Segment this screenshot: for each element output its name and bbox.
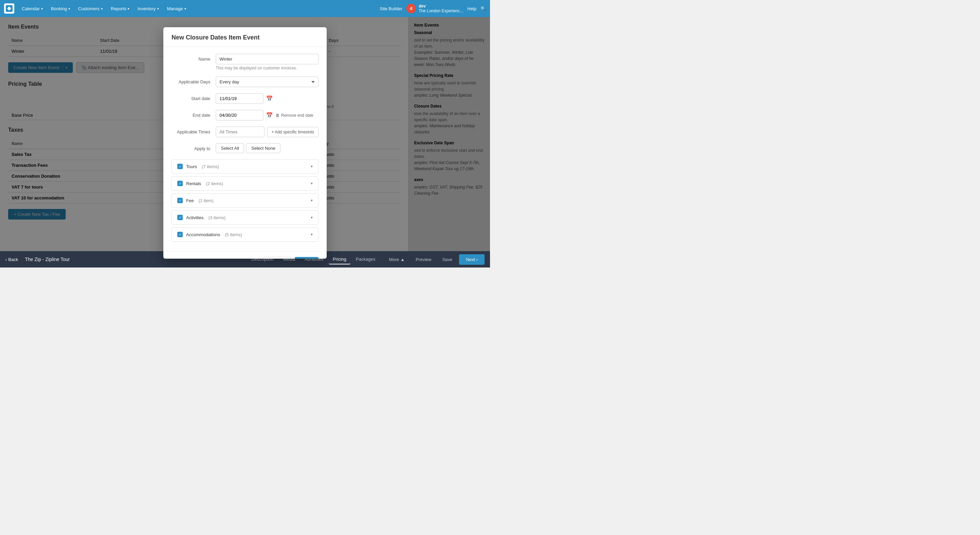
activities-expand-icon: ▾	[311, 215, 313, 220]
add-timeslot-button[interactable]: + Add specific timeslots	[267, 127, 318, 137]
accommodations-expand-icon: ▾	[311, 232, 313, 237]
name-control: This may be displayed on customer invoic…	[216, 54, 318, 70]
activities-label: Activities	[186, 215, 204, 220]
end-date-wrap: 📅 🗑 Remove end date	[216, 110, 318, 121]
site-builder-link[interactable]: Site Builder	[380, 6, 402, 11]
start-date-row: Start date 📅	[172, 93, 318, 104]
save-bottom-button[interactable]: Save	[438, 255, 457, 264]
end-date-control: 📅 🗑 Remove end date	[216, 110, 318, 121]
start-date-label: Start date	[172, 93, 216, 101]
category-fee[interactable]: Fee (1 item) ▾	[172, 193, 318, 208]
activities-checkbox[interactable]	[177, 215, 183, 220]
calendar-chevron-icon: ▾	[41, 7, 43, 11]
top-nav: Calendar ▾ Booking ▾ Customers ▾ Reports…	[0, 0, 490, 17]
end-date-row: End date 📅 🗑 Remove end date	[172, 110, 318, 121]
manage-chevron-icon: ▾	[185, 7, 186, 11]
applicable-times-label: Applicable Times	[172, 127, 216, 134]
tours-label: Tours	[186, 164, 197, 169]
nav-inventory[interactable]: Inventory ▾	[134, 4, 162, 13]
times-row: + Add specific timeslots	[216, 127, 318, 137]
accommodations-label: Accommodations	[186, 232, 220, 237]
search-icon[interactable]: 🔍	[480, 6, 486, 11]
next-button[interactable]: Next ›	[459, 254, 485, 265]
fee-expand-icon: ▾	[311, 198, 313, 203]
rentals-count: (2 items)	[206, 181, 223, 186]
apply-to-control: Select All Select None	[216, 143, 318, 153]
logo[interactable]	[4, 3, 14, 14]
category-rentals[interactable]: Rentals (2 items) ▾	[172, 176, 318, 191]
start-date-control: 📅	[216, 93, 318, 104]
name-hint: This may be displayed on customer invoic…	[216, 66, 318, 70]
applicable-days-label: Applicable Days	[172, 76, 216, 84]
apply-to-buttons: Select All Select None	[216, 143, 318, 153]
applicable-times-control: + Add specific timeslots	[216, 127, 318, 137]
start-date-calendar-icon[interactable]: 📅	[266, 95, 273, 102]
name-input[interactable]	[216, 54, 318, 64]
back-arrow-icon: ‹	[5, 257, 7, 262]
fee-count: (1 item)	[198, 198, 213, 203]
help-link[interactable]: Help	[467, 6, 476, 11]
bottom-actions: More ▲ Preview Save Next ›	[385, 254, 485, 265]
tours-checkbox[interactable]	[177, 164, 183, 169]
remove-end-date-button[interactable]: 🗑 Remove end date	[275, 113, 313, 118]
accommodations-count: (5 items)	[225, 232, 242, 237]
end-date-calendar-icon[interactable]: 📅	[266, 112, 273, 118]
applicable-days-row: Applicable Days Every day Weekdays Weeke…	[172, 76, 318, 87]
user-avatar: d	[406, 4, 416, 13]
company-info[interactable]: dev The London Experienc...	[418, 4, 463, 13]
modal-footer: Cancel Save	[163, 251, 327, 259]
tours-expand-icon: ▾	[311, 164, 313, 169]
fee-checkbox[interactable]	[177, 198, 183, 203]
nav-booking[interactable]: Booking ▾	[48, 4, 73, 13]
page-layout: Item Events Name Start Date End Date Day…	[0, 17, 490, 251]
booking-chevron-icon: ▾	[68, 7, 70, 11]
save-button[interactable]: Save	[295, 257, 318, 259]
tab-packages[interactable]: Packages	[352, 255, 379, 264]
end-date-label: End date	[172, 110, 216, 118]
nav-calendar[interactable]: Calendar ▾	[18, 4, 46, 13]
nav-customers[interactable]: Customers ▾	[75, 4, 106, 13]
more-button[interactable]: More ▲	[385, 255, 409, 264]
select-none-button[interactable]: Select None	[246, 143, 280, 153]
apply-to-row: Apply to Select All Select None	[172, 143, 318, 153]
tours-count: (7 items)	[202, 164, 219, 169]
applicable-times-input[interactable]	[216, 127, 264, 137]
rentals-label: Rentals	[186, 181, 201, 186]
more-chevron-icon: ▲	[401, 257, 405, 262]
end-date-input[interactable]	[216, 110, 263, 121]
accommodations-checkbox[interactable]	[177, 232, 183, 237]
start-date-wrap: 📅	[216, 93, 318, 104]
category-list: Tours (7 items) ▾ Rentals (2 items) ▾	[172, 159, 318, 242]
start-date-input[interactable]	[216, 93, 263, 104]
activities-count: (3 items)	[208, 215, 226, 220]
cancel-button[interactable]: Cancel	[263, 257, 291, 259]
applicable-days-control: Every day Weekdays Weekends Custom	[216, 76, 318, 87]
customers-chevron-icon: ▾	[101, 7, 103, 11]
nav-reports[interactable]: Reports ▾	[108, 4, 133, 13]
trash-icon: 🗑	[275, 113, 280, 118]
preview-button[interactable]: Preview	[411, 255, 435, 264]
category-activities[interactable]: Activities (3 items) ▾	[172, 210, 318, 225]
apply-to-label: Apply to	[172, 143, 216, 151]
name-label: Name	[172, 54, 216, 62]
reports-chevron-icon: ▾	[127, 7, 129, 11]
nav-right: Site Builder d dev The London Experienc.…	[380, 4, 486, 13]
applicable-days-select[interactable]: Every day Weekdays Weekends Custom	[216, 76, 318, 87]
fee-label: Fee	[186, 198, 194, 203]
tab-pricing[interactable]: Pricing	[329, 255, 350, 264]
nav-manage[interactable]: Manage ▾	[164, 4, 189, 13]
category-accommodations[interactable]: Accommodations (5 items) ▾	[172, 227, 318, 242]
inventory-chevron-icon: ▾	[157, 7, 159, 11]
modal-overlay: New Closure Dates Item Event Name This m…	[0, 17, 490, 251]
rentals-checkbox[interactable]	[177, 181, 183, 186]
modal-body: Name This may be displayed on customer i…	[163, 47, 327, 251]
back-button[interactable]: ‹ Back	[5, 257, 18, 262]
modal-dialog: New Closure Dates Item Event Name This m…	[163, 27, 327, 259]
category-tours[interactable]: Tours (7 items) ▾	[172, 159, 318, 174]
modal-header: New Closure Dates Item Event	[163, 27, 327, 47]
applicable-times-row: Applicable Times + Add specific timeslot…	[172, 127, 318, 137]
select-all-button[interactable]: Select All	[216, 143, 244, 153]
modal-title: New Closure Dates Item Event	[172, 34, 318, 41]
name-field-row: Name This may be displayed on customer i…	[172, 54, 318, 70]
bottom-title: The Zip - Zipline Tour	[25, 256, 70, 262]
